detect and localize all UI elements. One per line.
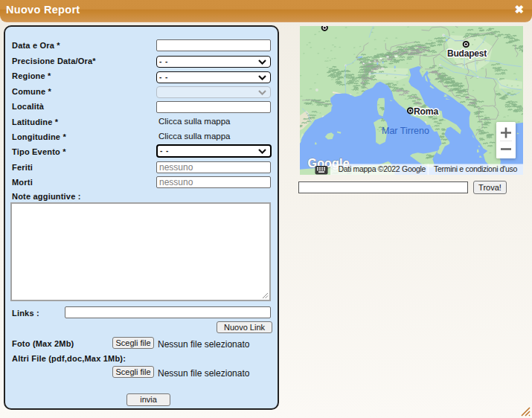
- svg-text:Roma: Roma: [414, 106, 438, 117]
- svg-text:Dati mappa ©2022 Google: Dati mappa ©2022 Google: [339, 164, 426, 173]
- svg-text:Budapest: Budapest: [447, 48, 487, 59]
- svg-text:Termini e condizioni d'uso: Termini e condizioni d'uso: [434, 164, 518, 173]
- svg-text:Mar Tirreno: Mar Tirreno: [382, 126, 429, 136]
